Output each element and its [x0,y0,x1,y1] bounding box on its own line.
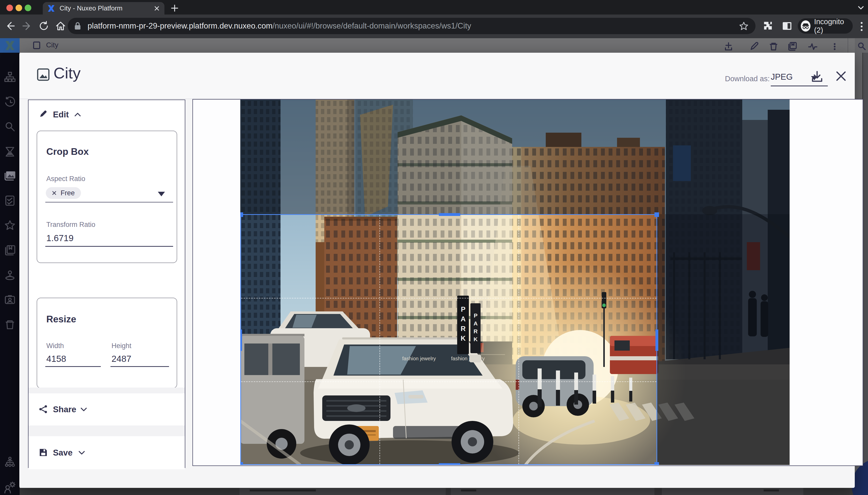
nuxeo-logo-tile[interactable] [0,38,20,53]
chip-remove-icon[interactable] [52,191,56,195]
traffic-light-close[interactable] [6,4,13,11]
crop-handle-sw[interactable] [240,462,243,465]
download-button[interactable] [810,69,824,84]
chevron-down-icon [78,450,86,456]
back-button[interactable] [4,20,16,32]
crop-handle-se[interactable] [655,462,659,465]
reload-button[interactable] [38,20,50,32]
aspect-ratio-label: Aspect Ratio [46,175,85,183]
download-as-label: Download as: [725,74,770,83]
crop-third-line [241,298,657,298]
save-section-toggle[interactable]: Save [29,436,185,469]
crop-handle-nw[interactable] [240,212,243,217]
download-format-value: JPEG [771,72,793,82]
crop-handle-ne[interactable] [655,212,659,217]
edit-pencil-icon[interactable] [749,41,759,51]
screen: City - Nuxeo Platform platform-nmm-pr-29… [0,0,868,495]
resize-card: Resize Width 4158 Height 2487 [37,298,177,388]
sidebar-item-favorites[interactable] [4,220,16,231]
document-icon [32,41,41,50]
crop-box-card: Crop Box Aspect Ratio Free Transform Rat… [37,131,177,263]
width-value: 4158 [46,354,66,364]
bookmark-star-icon[interactable] [739,21,749,31]
section-gap [29,426,185,436]
trash-icon[interactable] [768,41,779,51]
crop-handle-w[interactable] [240,329,242,351]
url-path: /nuxeo/ui/#!/browse/default-domain/works… [272,21,471,30]
sidebar-item-profile[interactable] [4,294,16,306]
incognito-icon [801,20,811,32]
height-label: Height [111,342,131,350]
sidebar-item-checklist[interactable] [4,195,16,206]
edit-section-toggle[interactable]: Edit [29,106,185,122]
aspect-ratio-value: Free [60,189,75,197]
add-column-icon[interactable] [724,41,734,51]
panel-search-icon[interactable] [857,41,867,51]
close-dialog-button[interactable] [834,69,848,83]
forward-button[interactable] [21,20,33,32]
traffic-light-minimize[interactable] [16,4,22,11]
sidebar-item-tasks[interactable] [4,146,16,158]
share-section-toggle[interactable]: Share [29,393,185,426]
omnibox[interactable]: platform-nmm-pr-29-preview.platform.dev.… [68,18,756,34]
crop-handle-e[interactable] [656,329,658,351]
crop-dim-right [657,214,789,465]
preview-pane: PARK PARK fashion jewelry fashion jewelr… [192,99,863,466]
home-button[interactable] [54,20,67,32]
page-bottom-strip-dimmed [20,488,855,495]
dimmed-card [451,488,655,495]
sidebar-item-collections[interactable] [4,244,16,256]
new-tab-button[interactable] [170,3,179,13]
side-panel-icon[interactable] [782,21,792,31]
browser-menu-icon[interactable] [860,21,864,32]
width-label: Width [46,342,64,350]
sidebar-item-search[interactable] [4,121,16,132]
page-breadcrumb-title: City [46,41,58,49]
collections-book-icon[interactable] [787,41,798,51]
sidebar-item-settings[interactable] [4,481,17,494]
dialog-header: City Download as: JPEG [19,53,855,99]
resize-title: Resize [46,314,76,325]
share-icon [39,405,48,414]
more-menu-icon[interactable] [833,43,836,50]
crop-box[interactable] [240,214,657,465]
tab-search-chevron-icon[interactable] [857,3,865,12]
edit-pencil-icon [39,109,48,118]
sidebar-item-history[interactable] [4,96,16,108]
crop-handle-n[interactable] [439,213,460,216]
extensions-puzzle-icon[interactable] [763,20,774,32]
sidebar-item-personal-space[interactable] [4,269,16,281]
dimmed-card [662,488,803,495]
chevron-up-icon [74,112,82,117]
incognito-label: Incognito (2) [814,18,850,34]
page-scrollbar[interactable] [863,53,868,495]
crop-third-line [241,381,657,382]
sidebar-item-trash[interactable] [4,319,16,330]
traffic-light-zoom[interactable] [25,4,31,11]
width-input[interactable]: 4158 [45,352,101,367]
lock-icon[interactable] [74,22,81,30]
sidebar-item-user-management[interactable] [4,456,16,468]
image-type-icon [36,67,50,82]
sidebar-item-assets[interactable] [3,170,16,182]
height-value: 2487 [111,354,131,364]
aspect-ratio-select[interactable]: Free [45,186,173,202]
transform-ratio-input[interactable]: 1.6719 [45,231,173,247]
crop-third-line [519,215,519,464]
transform-ratio-value: 1.6719 [46,233,73,243]
page-header-dimmed: City [20,38,855,53]
image-editor-dialog: City Download as: JPEG Edit [19,53,855,488]
browser-tab[interactable]: City - Nuxeo Platform [43,2,164,15]
save-floppy-icon [39,448,48,457]
url-domain: platform-nmm-pr-29-preview.platform.dev.… [88,21,272,30]
tab-title: City - Nuxeo Platform [59,4,122,12]
tab-close-icon[interactable] [154,5,160,12]
favorite-pulse-icon[interactable] [808,41,818,51]
crop-handle-s[interactable] [439,463,460,465]
incognito-badge[interactable]: Incognito (2) [798,18,853,34]
height-input[interactable]: 2487 [110,352,169,367]
aspect-ratio-chip[interactable]: Free [46,187,81,199]
photo-canvas[interactable]: PARK PARK fashion jewelry fashion jewelr… [240,100,789,465]
section-gap [29,388,185,393]
sidebar-item-browse[interactable] [4,71,16,83]
